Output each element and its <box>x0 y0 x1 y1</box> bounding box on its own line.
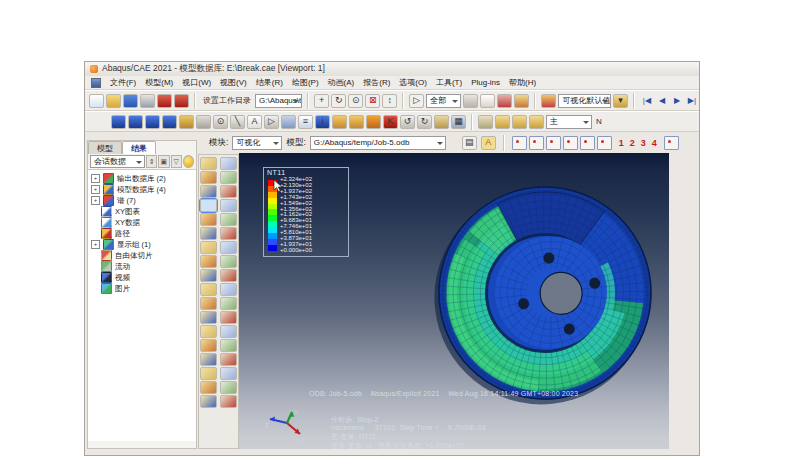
allow-multiple-plot-states-tool[interactable] <box>200 255 217 268</box>
rotate-view-icon[interactable]: ↻ <box>331 94 346 108</box>
free-body-cut-tool[interactable] <box>200 325 217 338</box>
tab-model[interactable]: 模型 <box>88 141 122 154</box>
redo-icon[interactable]: ↻ <box>417 115 432 129</box>
viewport-annotation-6-icon[interactable] <box>597 136 612 150</box>
render-style-icon[interactable]: ▾ <box>613 94 628 108</box>
cursor-select-icon[interactable]: ▷ <box>409 94 424 108</box>
color-code-icon[interactable] <box>514 94 529 108</box>
plot-contours-icon[interactable] <box>145 115 160 129</box>
undo-icon[interactable]: ↺ <box>400 115 415 129</box>
animate-scale-factor-tool[interactable] <box>200 227 217 240</box>
menu-item[interactable]: 动画(A) <box>328 77 355 88</box>
tree-item[interactable]: +显示组 (1) <box>91 239 196 250</box>
menu-item[interactable]: 文件(F) <box>110 77 136 88</box>
query-tool[interactable] <box>200 381 217 394</box>
collapse-tree-icon[interactable]: ▣ <box>158 155 169 168</box>
model-combo[interactable]: G:/Abaqus/temp/Job-5.odb <box>310 136 446 150</box>
spin-buttons[interactable]: ⇕ <box>146 155 157 168</box>
xy-data-tool[interactable] <box>200 283 217 296</box>
ruler-icon[interactable]: ▤ <box>462 136 477 150</box>
plot-undeformed-icon[interactable] <box>111 115 126 129</box>
lightbulb-icon[interactable] <box>183 155 194 168</box>
xy-plot-tool[interactable] <box>220 297 237 310</box>
menu-system-icon[interactable] <box>91 78 101 88</box>
viewport[interactable]: NT11 +2.324e+02 +2.130e+02 +1.937e+02 +1… <box>239 153 669 449</box>
movie-options-tool[interactable] <box>220 353 237 366</box>
material-orientation-icon[interactable] <box>179 115 194 129</box>
tree-item[interactable]: 路径 <box>91 228 196 239</box>
magnify-view-icon[interactable]: ⊙ <box>348 94 363 108</box>
plot-contours-on-deformed-tool[interactable] <box>200 171 217 184</box>
palette-icon[interactable] <box>541 94 556 108</box>
selection-rect-icon[interactable] <box>480 94 495 108</box>
result-list-icon[interactable]: ≡ <box>298 115 313 129</box>
view-preset-3-button[interactable]: 3 <box>641 138 646 148</box>
first-frame-button[interactable]: |◀ <box>640 96 654 105</box>
pointer-icon[interactable]: ▷ <box>264 115 279 129</box>
menu-item[interactable]: 结果(R) <box>256 77 283 88</box>
selection-scope-combo[interactable]: 全部 <box>426 94 461 108</box>
tree-item[interactable]: 视频 <box>91 272 196 283</box>
annotation-icon[interactable]: A <box>247 115 262 129</box>
plot-symbols-icon[interactable] <box>162 115 177 129</box>
expand-icon[interactable]: + <box>91 174 100 183</box>
path-tool[interactable] <box>200 311 217 324</box>
view-preset-2-button[interactable]: 2 <box>630 138 635 148</box>
sync-viewports-icon[interactable] <box>332 115 347 129</box>
probe-values-icon[interactable]: ╲ <box>230 115 245 129</box>
expand-icon[interactable]: + <box>91 185 100 194</box>
menu-item[interactable]: 工具(T) <box>436 77 462 88</box>
operate-on-xy-data-tool[interactable] <box>200 297 217 310</box>
cut-cube-2-icon[interactable] <box>512 115 527 129</box>
orientation-options-tool[interactable] <box>220 213 237 226</box>
menu-item[interactable]: 绘图(P) <box>292 77 319 88</box>
animation-options-tool[interactable] <box>220 227 237 240</box>
path-options-tool[interactable] <box>220 311 237 324</box>
attach-odb-icon[interactable] <box>174 94 189 108</box>
cut-cube-1-icon[interactable] <box>495 115 510 129</box>
menu-item[interactable]: Plug-ins <box>471 78 500 87</box>
annotate-viewport-icon[interactable]: A <box>481 136 496 150</box>
viewport-annotation-4-icon[interactable] <box>563 136 578 150</box>
tree-item[interactable]: 流动 <box>91 261 196 272</box>
print-icon[interactable] <box>140 94 155 108</box>
free-body-options-tool[interactable] <box>220 325 237 338</box>
tree-item[interactable]: 图片 <box>91 283 196 294</box>
plot-contours-tool[interactable] <box>200 199 217 212</box>
module-combo[interactable]: 可视化 <box>232 136 282 150</box>
viewport-annotation-3-icon[interactable] <box>546 136 561 150</box>
spectrum-dot-icon[interactable] <box>366 115 381 129</box>
pan-view-icon[interactable]: + <box>314 94 329 108</box>
plot-deformed-tool[interactable] <box>220 157 237 170</box>
plot-undeformed-tool[interactable] <box>200 157 217 170</box>
grid-options-icon[interactable]: ▦ <box>451 115 466 129</box>
tree-filter-combo[interactable]: 会话数据 <box>90 155 145 168</box>
link-viewports-icon[interactable] <box>349 115 364 129</box>
view-preset-4-button[interactable]: 4 <box>652 138 657 148</box>
tree-item[interactable]: XY图表 <box>91 206 196 217</box>
animate-time-history-tool[interactable] <box>200 241 217 254</box>
workdir-combo[interactable]: G:\Abaqus\temp <box>255 94 302 108</box>
empty-tool[interactable] <box>220 395 237 408</box>
menu-item[interactable]: 视口(W) <box>182 77 211 88</box>
free-body-icon[interactable]: K <box>383 115 398 129</box>
viewport-annotation-1-icon[interactable] <box>512 136 527 150</box>
menu-item[interactable]: 帮助(H) <box>509 77 536 88</box>
view-preset-1-button[interactable]: 1 <box>619 138 624 148</box>
open-folder-icon[interactable] <box>106 94 121 108</box>
tree-item[interactable]: +输出数据库 (2) <box>91 173 196 184</box>
common-options-icon[interactable] <box>196 115 211 129</box>
cut-cube-3-icon[interactable] <box>529 115 544 129</box>
tree-item[interactable]: +模型数据库 (4) <box>91 184 196 195</box>
previous-frame-button[interactable]: ◀ <box>655 96 669 105</box>
title-bar[interactable]: Abaqus/CAE 2021 - 模型数据库: E:\Break.cae [V… <box>85 62 699 76</box>
stream-options-tool[interactable] <box>220 339 237 352</box>
box-zoom-icon[interactable]: ⊠ <box>365 94 380 108</box>
filter-tree-icon[interactable]: ▽ <box>171 155 182 168</box>
triad-toggle-icon[interactable] <box>664 136 679 150</box>
magnify-tool-icon[interactable]: ⊙ <box>213 115 228 129</box>
result-options-tool[interactable] <box>220 199 237 212</box>
field-output-dialog-tool[interactable] <box>220 255 237 268</box>
query-icon[interactable] <box>463 94 478 108</box>
create-group-icon[interactable] <box>434 115 449 129</box>
